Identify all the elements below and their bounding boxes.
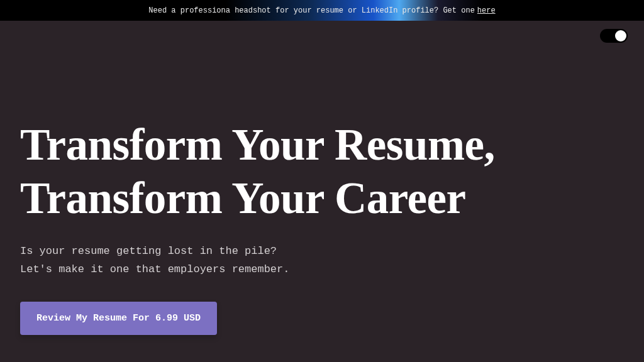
dark-mode-toggle[interactable]: [600, 29, 628, 43]
hero-subtext: Is your resume getting lost in the pile?…: [20, 243, 624, 279]
hero-section: Transform Your Resume, Transform Your Ca…: [0, 21, 644, 335]
banner-link[interactable]: here: [477, 6, 496, 15]
review-resume-button[interactable]: Review My Resume For 6.99 USD: [20, 302, 217, 335]
subtext-line-2: Let's make it one that employers remembe…: [20, 261, 624, 279]
promo-banner: Need a professiona headshot for your res…: [0, 0, 644, 21]
subtext-line-1: Is your resume getting lost in the pile?: [20, 243, 624, 261]
hero-headline: Transform Your Resume, Transform Your Ca…: [20, 118, 624, 225]
headline-line-2: Transform Your Career: [20, 173, 466, 222]
headline-line-1: Transform Your Resume,: [20, 120, 495, 169]
banner-text: Need a professiona headshot for your res…: [148, 6, 474, 15]
toggle-knob: [615, 30, 626, 41]
